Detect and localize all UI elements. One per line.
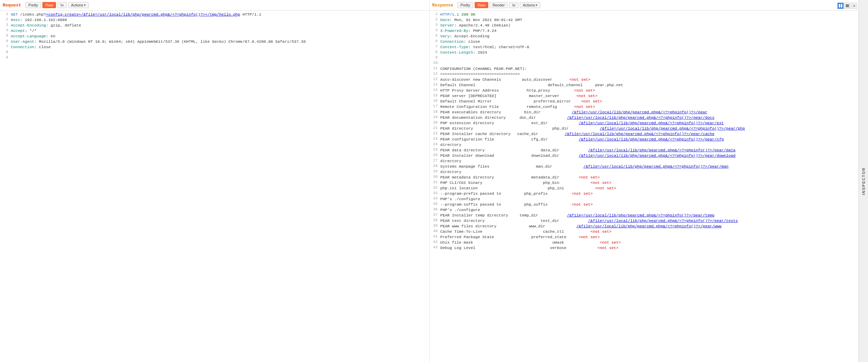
line: 8 Content-Length: 2924	[430, 50, 859, 55]
line: 4 X-Powered-By: PHP/7.4.24	[430, 28, 859, 34]
line: 16 Default Channel Mirror preferred_mirr…	[430, 99, 859, 104]
line: 31 PHP CLI/CGI binary php_bin <not set>	[430, 180, 859, 186]
line: 28 Systems manpage files man_dir /&file=…	[430, 164, 859, 169]
line: 24 directory	[430, 142, 859, 148]
svg-rect-3	[846, 5, 849, 6]
line: 9	[430, 55, 859, 61]
svg-rect-4	[846, 6, 849, 7]
line: 23 PEAR configuration file cfg_dir /&fil…	[430, 137, 859, 142]
response-pretty-btn[interactable]: Pretty	[457, 2, 473, 8]
response-header: Response Pretty Raw Render \n Actions ▾	[430, 0, 859, 11]
line: 5 Accept-Language: en	[0, 34, 429, 39]
line: 1 HTTP/1.1 200 OK	[430, 12, 859, 17]
split-view-btn[interactable]	[837, 3, 844, 9]
view-controls: ✕	[837, 3, 857, 9]
line: 26 PEAR Installer download download_dir …	[430, 153, 859, 158]
line: 8	[0, 50, 429, 55]
svg-rect-0	[839, 4, 840, 7]
close-icon: ✕	[853, 4, 855, 8]
line: 20 PHP extension directory ext_dir /&fil…	[430, 120, 859, 126]
line: 9	[0, 55, 429, 61]
line: 3 Server: Apache/2.4.48 (Debian)	[430, 23, 859, 28]
response-panel: Response Pretty Raw Render \n Actions ▾ …	[430, 0, 859, 362]
line: 29 directory	[430, 169, 859, 175]
response-raw-btn[interactable]: Raw	[475, 2, 488, 8]
line: 21 PEAR directory php_dir /&file=/usr/lo…	[430, 126, 859, 131]
line: 11 CONFIGURATION (CHANNEL PEAR.PHP.NET):	[430, 66, 859, 72]
line: 36 PHP's ./configure	[430, 207, 859, 213]
inspector-label: INSPECTOR	[862, 167, 866, 195]
line: 2 Host: 192.168.1.162:8080	[0, 17, 429, 23]
response-actions-arrow: ▾	[536, 3, 537, 7]
response-actions-btn[interactable]: Actions ▾	[520, 2, 540, 8]
line: 18 PEAR executables directory bin_dir /&…	[430, 110, 859, 115]
line: 38 PEAR test directory test_dir /&file=/…	[430, 218, 859, 224]
line: 12 Auto-discover new Channels auto_disco…	[430, 77, 859, 82]
line: 1 GET /index.php?+config-create+/&file=/…	[0, 12, 429, 17]
line: 27 directory	[430, 158, 859, 164]
line: 15 PEAR server [DEPRECATED] master_serve…	[430, 93, 859, 99]
request-content: 1 GET /index.php?+config-create+/&file=/…	[0, 11, 429, 362]
line: 10	[430, 61, 859, 66]
line: 25 PEAR data directory data_dir /&file=/…	[430, 148, 859, 153]
line: 40 Cache Time-To-Live cache_ttl <not set…	[430, 229, 859, 234]
request-panel: Request Pretty Raw \n Actions ▾ 1 GET /i…	[0, 0, 430, 362]
request-actions-arrow: ▾	[84, 3, 86, 7]
line: 43 Debug Log Level verbose <not set>	[430, 245, 859, 251]
line: 33 --program-prefix passed to php_prefix…	[430, 191, 859, 196]
line: 3 Accept-Encoding: gzip, deflate	[0, 23, 429, 28]
request-actions-btn[interactable]: Actions ▾	[68, 2, 89, 8]
line: 30 PEAR metadata directory metadata_dir …	[430, 175, 859, 180]
line: 39 PEAR www files directory www_dir /&fi…	[430, 224, 859, 229]
line: 42 Unix file mask umask <not set>	[430, 240, 859, 245]
request-header: Request Pretty Raw \n Actions ▾	[0, 0, 429, 11]
list-view-btn[interactable]	[844, 3, 850, 9]
line: 12 ==================================	[430, 72, 859, 77]
response-title: Response	[432, 3, 453, 8]
response-content: 1 HTTP/1.1 200 OK 2 Date: Mon, 01 Nov 20…	[430, 11, 859, 362]
close-view-btn[interactable]: ✕	[851, 3, 857, 9]
line: 2 Date: Mon, 01 Nov 2021 00:01:42 GMT	[430, 17, 859, 23]
response-newline-btn[interactable]: \n	[509, 2, 518, 8]
line: 6 Connection: close	[430, 39, 859, 44]
request-title: Request	[3, 3, 21, 8]
line: 32 php.ini location php_ini <not set>	[430, 186, 859, 191]
response-render-btn[interactable]: Render	[490, 2, 508, 8]
inspector-sidebar: INSPECTOR	[859, 0, 868, 362]
svg-rect-2	[846, 4, 849, 5]
line: 35 --program-suffix passed to php_suffix…	[430, 202, 859, 207]
request-pretty-btn[interactable]: Pretty	[25, 2, 41, 8]
request-newline-btn[interactable]: \n	[57, 2, 66, 8]
line: 5 Vary: Accept-Encoding	[430, 34, 859, 39]
line: 14 HTTP Proxy Server Address http_proxy …	[430, 88, 859, 93]
line: 37 PEAR Installer temp directory temp_di…	[430, 213, 859, 218]
line: 17 Remote Configuration File remote_conf…	[430, 104, 859, 110]
line: 22 PEAR Installer cache directory cache_…	[430, 131, 859, 137]
line: 6 User-Agent: Mozilla/5.0 (Windows NT 10…	[0, 39, 429, 44]
line: 7 Connection: close	[0, 44, 429, 50]
line: 7 Content-Type: text/html; charset=UTF-8	[430, 44, 859, 50]
line: 34 PHP's ./configure	[430, 196, 859, 202]
line: 41 Preferred Package State preferred_sta…	[430, 234, 859, 240]
line: 4 Accept: */*	[0, 28, 429, 34]
svg-rect-1	[841, 4, 842, 7]
line: 13 Default Channel default_channel pear.…	[430, 82, 859, 88]
request-raw-btn[interactable]: Raw	[42, 2, 56, 8]
line: 19 PEAR documentation directory doc_dir …	[430, 115, 859, 120]
